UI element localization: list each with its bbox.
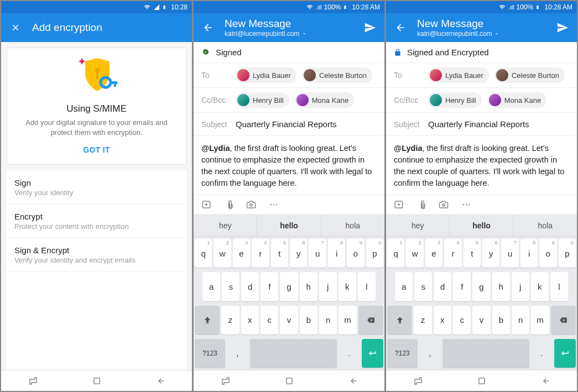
recipient-chip[interactable]: Lydia Bauer <box>428 67 489 83</box>
key-z[interactable]: z <box>414 306 431 334</box>
key-b[interactable]: b <box>300 306 317 334</box>
to-field[interactable]: To Lydia Bauer Celeste Burton <box>386 63 577 88</box>
availability-icon[interactable] <box>394 200 404 210</box>
attach-icon[interactable] <box>416 200 426 210</box>
key-o[interactable]: 9o <box>347 239 364 268</box>
key-f[interactable]: f <box>453 272 471 301</box>
key-m[interactable]: m <box>339 306 356 334</box>
key-s[interactable]: s <box>222 272 239 301</box>
shift-key[interactable] <box>387 306 412 334</box>
recipient-chip[interactable]: Henry Bill <box>236 92 289 108</box>
key-x[interactable]: x <box>434 306 451 334</box>
key-h[interactable]: h <box>492 272 510 301</box>
key-l[interactable]: l <box>550 272 568 301</box>
camera-icon[interactable] <box>246 200 257 210</box>
key-m[interactable]: m <box>531 306 549 334</box>
key-k[interactable]: k <box>531 272 549 301</box>
message-body[interactable]: @Lydia, the first draft is looking great… <box>194 136 384 195</box>
send-button[interactable] <box>556 21 569 34</box>
key-k[interactable]: k <box>339 272 356 301</box>
key-w[interactable]: 2w <box>406 239 423 268</box>
recipient-chip[interactable]: Lydia Bauer <box>236 67 296 83</box>
suggestion[interactable]: hello <box>450 215 513 236</box>
key-z[interactable]: z <box>221 306 239 334</box>
more-icon[interactable] <box>269 200 279 210</box>
key-t[interactable]: 5t <box>464 239 481 268</box>
recipient-chip[interactable]: Mona Kane <box>487 92 547 108</box>
key-v[interactable]: v <box>280 306 298 334</box>
key-n[interactable]: n <box>512 306 529 334</box>
key-u[interactable]: 7u <box>309 239 326 268</box>
signature-status-row[interactable]: Signed and Encrypted <box>386 42 577 63</box>
comma-key[interactable]: , <box>227 339 248 368</box>
suggestion[interactable]: hola <box>514 215 577 236</box>
option-encrypt[interactable]: Encrypt Protect your content with encryp… <box>7 204 186 238</box>
key-f[interactable]: f <box>261 272 278 301</box>
space-key[interactable] <box>442 339 529 368</box>
more-icon[interactable] <box>461 200 471 210</box>
key-q[interactable]: 1q <box>195 239 212 268</box>
period-key[interactable]: . <box>339 339 360 368</box>
recents-icon[interactable] <box>413 376 423 386</box>
suggestion[interactable]: hola <box>321 215 384 236</box>
backspace-key[interactable] <box>551 306 576 334</box>
key-t[interactable]: 5t <box>271 239 288 268</box>
got-it-button[interactable]: GOT IT <box>18 138 175 159</box>
recents-icon[interactable] <box>221 376 231 386</box>
key-c[interactable]: c <box>453 306 471 334</box>
camera-icon[interactable] <box>438 200 449 210</box>
recipient-chip[interactable]: Celeste Burton <box>494 67 565 83</box>
key-g[interactable]: g <box>472 272 490 301</box>
key-g[interactable]: g <box>280 272 298 301</box>
key-p[interactable]: 0p <box>559 239 576 268</box>
to-field[interactable]: To Lydia Bauer Celeste Burton <box>194 63 384 88</box>
key-q[interactable]: 1q <box>387 239 404 268</box>
key-c[interactable]: c <box>261 306 278 334</box>
key-w[interactable]: 2w <box>214 239 231 268</box>
option-sign[interactable]: Sign Verify your identity <box>7 170 186 204</box>
key-d[interactable]: d <box>434 272 451 301</box>
key-l[interactable]: l <box>358 272 376 301</box>
key-y[interactable]: 6y <box>482 239 499 268</box>
backspace-key[interactable] <box>358 306 383 334</box>
attach-icon[interactable] <box>223 200 233 210</box>
symbols-key[interactable]: ?123 <box>195 339 225 368</box>
subject-field[interactable]: Subject Quarterly Financial Reports <box>194 113 384 136</box>
send-button[interactable] <box>363 21 377 34</box>
home-icon[interactable] <box>477 376 487 386</box>
option-sign-encrypt[interactable]: Sign & Encrypt Verify your identity and … <box>7 238 186 271</box>
close-button[interactable] <box>9 21 22 34</box>
key-h[interactable]: h <box>300 272 317 301</box>
subject-field[interactable]: Subject Quarterly Financial Reports <box>386 113 577 136</box>
enter-key[interactable] <box>362 339 383 368</box>
key-j[interactable]: j <box>512 272 529 301</box>
key-j[interactable]: j <box>319 272 337 301</box>
key-y[interactable]: 6y <box>290 239 307 268</box>
suggestion[interactable]: hey <box>386 215 450 236</box>
key-s[interactable]: s <box>414 272 432 301</box>
key-d[interactable]: d <box>241 272 259 301</box>
home-icon[interactable] <box>284 376 294 386</box>
availability-icon[interactable] <box>201 200 211 210</box>
back-icon[interactable] <box>348 376 358 386</box>
space-key[interactable] <box>250 339 337 368</box>
comma-key[interactable]: , <box>419 339 441 368</box>
cc-field[interactable]: Cc/Bcc Henry Bill Mona Kane <box>194 88 384 113</box>
key-e[interactable]: 3e <box>425 239 442 268</box>
from-account-dropdown[interactable]: katri@lucernepubintl.com <box>225 30 363 38</box>
back-button[interactable] <box>201 21 215 34</box>
recipient-chip[interactable]: Mona Kane <box>295 92 355 108</box>
recipient-chip[interactable]: Henry Bill <box>428 92 482 108</box>
key-b[interactable]: b <box>492 306 510 334</box>
enter-key[interactable] <box>554 339 576 368</box>
key-r[interactable]: 4r <box>252 239 269 268</box>
back-button[interactable] <box>394 21 407 34</box>
key-i[interactable]: 8i <box>520 239 538 268</box>
back-icon[interactable] <box>155 376 165 386</box>
key-p[interactable]: 0p <box>366 239 383 268</box>
back-icon[interactable] <box>540 376 550 386</box>
key-e[interactable]: 3e <box>233 239 250 268</box>
recents-icon[interactable] <box>28 376 38 386</box>
key-a[interactable]: a <box>395 272 413 301</box>
key-i[interactable]: 8i <box>328 239 345 268</box>
